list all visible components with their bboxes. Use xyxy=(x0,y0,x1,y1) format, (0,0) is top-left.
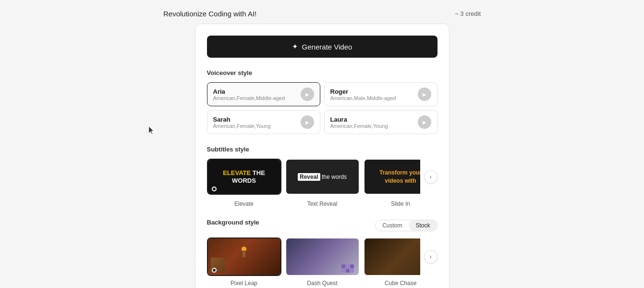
background-carousel-next[interactable]: › xyxy=(424,250,437,263)
voice-desc-laura: American,Female,Young xyxy=(330,123,388,129)
page-container: Revolutionize Coding with AI! ~ 3 credit… xyxy=(10,10,634,288)
reveal-text: Reveal the words xyxy=(298,174,347,180)
bg-label-pixel-leap: Pixel Leap xyxy=(207,280,281,287)
top-bar: Revolutionize Coding with AI! ~ 3 credit xyxy=(10,10,634,24)
voiceover-section-label: Voiceover style xyxy=(207,69,437,76)
selected-indicator-elevate xyxy=(212,187,217,191)
play-button-roger[interactable]: ▶ xyxy=(418,88,431,101)
voice-card-laura[interactable]: Laura American,Female,Young ▶ xyxy=(324,110,437,134)
voice-name-aria: Aria xyxy=(213,88,285,95)
subtitles-carousel-next[interactable]: › xyxy=(424,170,437,184)
subtitle-label-slide-in: Slide In xyxy=(364,200,438,207)
play-button-sarah[interactable]: ▶ xyxy=(301,115,314,129)
voice-name-sarah: Sarah xyxy=(213,116,271,123)
elevate-highlight: ELEVATE xyxy=(223,169,251,176)
bg-label-dash-quest: Dash Quest xyxy=(285,280,360,287)
play-button-aria[interactable]: ▶ xyxy=(301,88,314,101)
background-toggle-custom[interactable]: Custom xyxy=(376,220,409,231)
voice-card-sarah[interactable]: Sarah American,Female,Young ▶ xyxy=(207,110,320,134)
subtitles-carousel: ELEVATE THEWORDS Reveal the words xyxy=(207,159,420,195)
background-card-pixel-leap[interactable] xyxy=(207,238,281,276)
background-card-cube-chase[interactable] xyxy=(364,238,420,276)
background-style-header: Background style Custom Stock xyxy=(207,219,437,232)
generate-label: Generate Video xyxy=(302,43,352,51)
background-labels: Pixel Leap Dash Quest Cube Chase xyxy=(207,280,437,287)
subtitle-labels: Elevate Text Reveal Slide In xyxy=(207,200,437,207)
voice-name-laura: Laura xyxy=(330,116,388,123)
background-carousel: › xyxy=(207,238,437,276)
background-card-dash-quest[interactable] xyxy=(285,238,360,276)
subtitle-card-text-reveal[interactable]: Reveal the words xyxy=(285,159,360,195)
subtitle-label-elevate: Elevate xyxy=(207,200,281,207)
bg-label-cube-chase: Cube Chase xyxy=(364,280,438,287)
main-panel: ✦ Generate Video Voiceover style Aria Am… xyxy=(195,24,450,288)
voice-card-roger[interactable]: Roger American,Male,Middle-aged ▶ xyxy=(324,82,437,106)
subtitle-label-text-reveal: Text Reveal xyxy=(285,200,360,207)
voice-desc-aria: American,Female,Middle-aged xyxy=(213,95,285,101)
subtitles-row: ELEVATE THEWORDS Reveal the words xyxy=(207,159,437,195)
elevate-text: ELEVATE THEWORDS xyxy=(223,169,265,184)
credit-display: ~ 3 credit xyxy=(455,10,481,17)
subtitle-card-slide-in[interactable]: Transform yourvideos with xyxy=(364,159,420,195)
background-toggle: Custom Stock xyxy=(375,220,437,231)
voice-desc-sarah: American,Female,Young xyxy=(213,123,271,129)
selected-indicator-pixel-leap xyxy=(212,268,217,273)
page-title: Revolutionize Coding with AI! xyxy=(163,10,256,18)
play-button-laura[interactable]: ▶ xyxy=(418,115,431,129)
background-thumbnails xyxy=(207,238,420,276)
voice-name-roger: Roger xyxy=(330,88,396,95)
slidein-text: Transform yourvideos with xyxy=(379,169,420,185)
generate-icon: ✦ xyxy=(292,42,298,51)
generate-video-button[interactable]: ✦ Generate Video xyxy=(207,36,437,58)
subtitles-section-label: Subtitles style xyxy=(207,146,437,153)
background-section-label: Background style xyxy=(207,219,259,226)
voiceover-grid: Aria American,Female,Middle-aged ▶ Roger… xyxy=(207,82,437,134)
background-toggle-stock[interactable]: Stock xyxy=(409,220,437,231)
voice-desc-roger: American,Male,Middle-aged xyxy=(330,95,396,101)
voice-card-aria[interactable]: Aria American,Female,Middle-aged ▶ xyxy=(207,82,320,106)
subtitle-card-elevate[interactable]: ELEVATE THEWORDS xyxy=(207,159,281,195)
